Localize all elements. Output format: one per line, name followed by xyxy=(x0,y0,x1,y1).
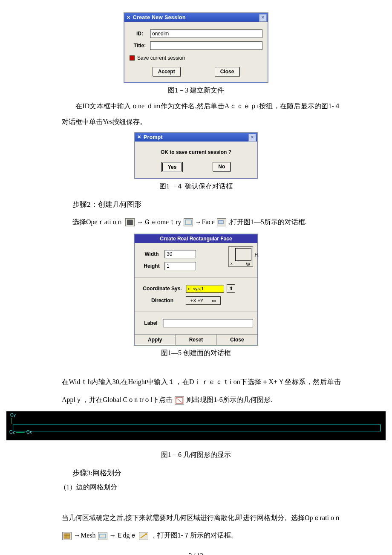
geometry-display: Gy Gz Gx xyxy=(6,411,386,440)
label-input[interactable] xyxy=(163,319,253,327)
t: 选择Opeｒati oｎ xyxy=(72,218,123,225)
apply-button[interactable]: Apply xyxy=(135,335,176,345)
para-1: 在ID文本框中输入ｏne ｄim作为文件名,然后单击Aｃｃｅｐt按纽，在随后显示… xyxy=(62,98,341,130)
dlg2-title: Prompt xyxy=(144,134,163,140)
yes-button[interactable]: Yes xyxy=(161,162,183,172)
close-icon[interactable]: × xyxy=(248,134,256,142)
coord-input[interactable] xyxy=(186,285,224,293)
h-label: H xyxy=(255,253,258,257)
close-button-3[interactable]: Close xyxy=(217,335,257,345)
direction-select[interactable]: +X +Y▭ xyxy=(186,296,221,305)
sub-1: (1）边的网格划分 xyxy=(64,483,392,492)
dimension-diagram: H W x xyxy=(228,246,253,267)
app-icon: ✕ xyxy=(126,15,131,20)
step2-line: 选择Opeｒati oｎ →Ｇｅomeｔry →Face ,打开图1—5所示的对… xyxy=(72,214,341,230)
height-input[interactable] xyxy=(164,262,196,270)
coord-label: Coordinate Sys. xyxy=(139,286,186,292)
dlg1-title: Create New Session xyxy=(133,14,186,20)
t: →Face xyxy=(195,218,215,225)
no-button[interactable]: No xyxy=(213,162,231,171)
para-4: 当几何区域确定之后,接下来就需要对几何区域进行离散化,即进行网格划分。选择Opｅ… xyxy=(62,509,341,544)
id-input[interactable] xyxy=(150,29,262,38)
prompt-message: OK to save current session ? xyxy=(140,149,252,155)
label-label: Label xyxy=(139,320,163,326)
close-button[interactable]: Close xyxy=(215,67,240,76)
step-2-heading: 步骤2：创建几何图形 xyxy=(72,199,392,209)
geometry-icon[interactable] xyxy=(184,218,193,226)
caption-1-4: 图1—４ 确认保存对话框 xyxy=(0,182,392,191)
width-label: Width xyxy=(139,251,164,257)
svg-point-10 xyxy=(145,533,147,535)
t: →Mesh xyxy=(74,532,96,539)
t: 当几何区域确定之后,接下来就需要对几何区域进行离散化,即进行网格划分。选择Opｅ… xyxy=(62,514,341,521)
reset-button[interactable]: Reset xyxy=(176,335,216,345)
t: ,打开图1—5所示的对话框. xyxy=(228,218,307,225)
gy-label: Gy xyxy=(10,413,16,417)
caption-1-3: 图1－3 建立新文件 xyxy=(0,86,392,95)
operation-icon[interactable] xyxy=(125,218,135,226)
accept-button[interactable]: Accept xyxy=(153,67,181,76)
svg-rect-1 xyxy=(185,220,191,225)
edge-icon[interactable] xyxy=(139,532,148,540)
svg-rect-5 xyxy=(64,534,70,538)
dlg3-title: Create Real Rectangular Face xyxy=(135,234,257,243)
direction-label: Direction xyxy=(139,298,186,304)
height-label: Height xyxy=(139,263,164,269)
para-3: 在Widｔh内输入30,在Height中输入１，在Dｉｒｅｃｔi on下选择＋X… xyxy=(62,373,341,408)
width-input[interactable] xyxy=(164,250,196,258)
svg-rect-2 xyxy=(219,220,223,224)
dir-value: +X +Y xyxy=(190,297,204,304)
save-checkbox[interactable] xyxy=(130,55,135,61)
page-number: 2 / 13 xyxy=(0,552,392,555)
w-label: W xyxy=(246,262,250,267)
globalcontrol-icon[interactable] xyxy=(175,396,184,405)
app-icon: ✕ xyxy=(137,135,141,139)
save-label: Save current session xyxy=(137,55,185,61)
mesh-icon[interactable] xyxy=(98,532,107,540)
id-label: ID: xyxy=(130,31,150,37)
t: →Ｇｅomeｔry xyxy=(137,218,182,225)
svg-rect-8 xyxy=(100,534,106,538)
x-label: x xyxy=(231,261,233,266)
operation-icon-2[interactable] xyxy=(62,532,72,540)
face-icon[interactable] xyxy=(217,218,226,226)
title-input[interactable] xyxy=(150,41,262,50)
coord-up-button[interactable]: ⬆ xyxy=(227,284,235,293)
step-3-heading: 步骤3:网格划分 xyxy=(72,468,392,478)
title-label: Title: xyxy=(130,43,150,49)
t: →Ｅdgｅ xyxy=(110,532,137,539)
t: ，打开图1-７所示的对话框。 xyxy=(150,532,238,539)
caption-1-5: 图1—5 创建面的对话框 xyxy=(0,349,392,358)
close-icon[interactable]: × xyxy=(259,14,267,22)
svg-rect-0 xyxy=(127,220,133,225)
svg-line-9 xyxy=(141,534,146,538)
t: 则出现图1-6所示的几何图形. xyxy=(186,396,272,403)
caption-1-6: 图1－6 几何图形的显示 xyxy=(0,451,392,460)
